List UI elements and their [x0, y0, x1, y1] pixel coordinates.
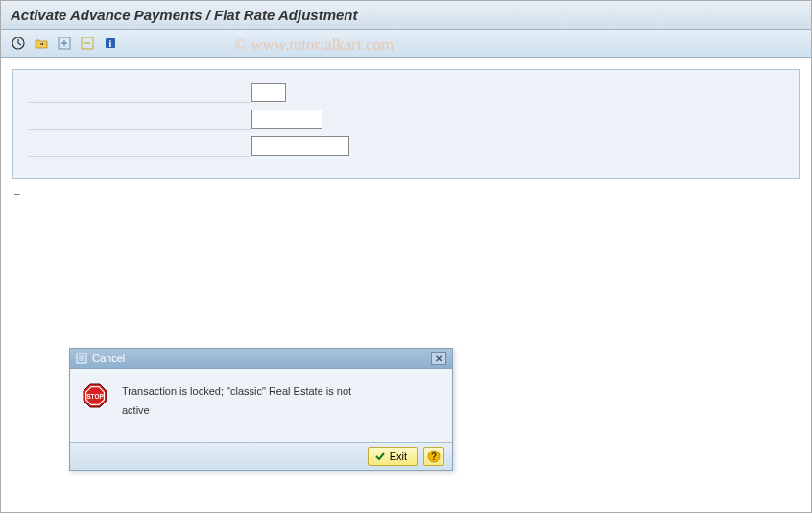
clock-execute-icon: [12, 37, 25, 50]
info-button[interactable]: i: [101, 34, 120, 53]
form-input-2[interactable]: [251, 110, 322, 129]
page-title: Activate Advance Payments / Flat Rate Ad…: [11, 7, 358, 23]
form-row-2: [29, 109, 783, 130]
dialog-title-text: Cancel: [92, 353, 125, 364]
stray-mark: –: [14, 188, 20, 199]
exit-button-label: Exit: [390, 451, 407, 462]
close-icon: ✕: [435, 354, 442, 364]
form-label-1: [29, 82, 251, 103]
form-row-1: [29, 82, 783, 103]
expand-button[interactable]: [55, 34, 74, 53]
dialog-list-icon: [76, 353, 87, 364]
dialog-message: Transaction is locked; "classic" Real Es…: [122, 382, 381, 421]
folder-arrow-icon: [35, 37, 48, 50]
form-row-3: [29, 135, 783, 157]
collapse-minus-icon: [81, 37, 94, 50]
execute-button[interactable]: [9, 34, 28, 53]
dialog-footer: Exit ?: [70, 442, 452, 470]
collapse-button[interactable]: [78, 34, 97, 53]
form-label-2: [29, 109, 251, 130]
form-panel: [12, 69, 800, 179]
application-toolbar: i: [1, 30, 811, 58]
form-input-1[interactable]: [251, 83, 286, 102]
dialog-close-button[interactable]: ✕: [431, 352, 446, 365]
info-icon: i: [104, 37, 117, 50]
help-button[interactable]: ?: [423, 447, 444, 466]
cancel-dialog: Cancel ✕ STOP Transaction is locked; "cl…: [69, 348, 453, 471]
content-area: [1, 58, 811, 190]
get-variant-button[interactable]: [32, 34, 51, 53]
expand-plus-icon: [58, 37, 71, 50]
stop-icon: STOP: [82, 382, 108, 409]
check-icon: [374, 451, 386, 462]
form-input-3[interactable]: [251, 136, 349, 156]
svg-text:i: i: [109, 38, 112, 49]
dialog-titlebar: Cancel ✕: [70, 349, 452, 369]
svg-text:?: ?: [431, 451, 437, 461]
form-label-3: [29, 135, 251, 157]
exit-button[interactable]: Exit: [368, 447, 418, 466]
help-icon: ?: [427, 450, 441, 463]
svg-text:STOP: STOP: [86, 393, 104, 400]
dialog-body: STOP Transaction is locked; "classic" Re…: [70, 369, 452, 442]
window-title-bar: Activate Advance Payments / Flat Rate Ad…: [1, 1, 811, 30]
